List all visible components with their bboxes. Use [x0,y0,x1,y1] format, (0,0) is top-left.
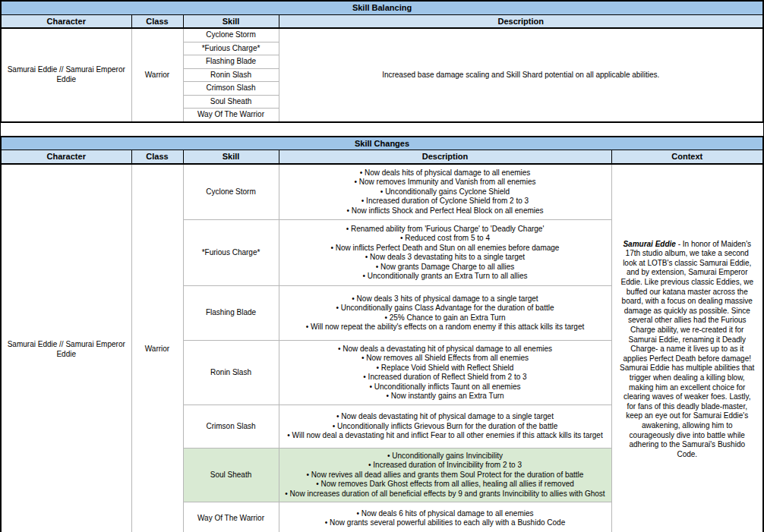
skill-change-line: • Now deals 6 hits of physical damage to… [283,509,608,519]
skill-change-line: • Now removes Dark Ghost effects from al… [283,480,608,490]
balancing-class-cell: Warrior [131,28,183,122]
skill-change-line: • Now deals 3 devastating hits to a sing… [283,253,608,263]
changes-character-cell: Samurai Eddie // Samurai Emperor Eddie [1,164,131,532]
balancing-skill-cell: Flashing Blade [183,55,279,69]
skill-change-line: • Now removes Immunity and Vanish from a… [283,178,608,187]
skill-change-line: • Now instantly gains an Extra Turn [283,392,608,401]
balancing-header-skill: Skill [183,14,279,28]
changes-description-cell: • Renamed ability from 'Furious Charge' … [279,220,611,286]
skill-change-line: • Increased duration of Cyclone Shield f… [283,197,608,206]
changes-skill-cell: *Furious Charge* [183,220,279,286]
skill-change-line: • Now inflicts Shock and Perfect Heal Bl… [283,206,608,216]
skill-change-line: • Renamed ability from 'Furious Charge' … [283,225,608,235]
skill-change-line: • Unconditionally gains Class Advantage … [283,304,608,313]
changes-skill-cell: Ronin Slash [183,341,279,405]
skill-change-line: • Increased duration of Reflect Shield f… [283,373,608,382]
balancing-character-cell: Samurai Eddie // Samurai Emperor Eddie [1,28,131,122]
spreadsheet-page: Skill Balancing Character Class Skill De… [0,0,764,532]
changes-description-cell: • Now deals hits of physical damage to a… [279,164,611,220]
changes-header-skill: Skill [183,150,279,164]
changes-title: Skill Changes [1,137,763,150]
skill-change-line: • Now inflicts Perfect Death and Stun on… [283,244,608,253]
skill-change-line: • Unconditionally grants an Extra Turn t… [283,272,608,282]
balancing-skill-cell: Crimson Slash [183,82,279,96]
changes-body: Samurai Eddie // Samurai Emperor EddieWa… [1,164,763,532]
balancing-skill-cell: Ronin Slash [183,68,279,82]
balancing-header-row: Character Class Skill Description [1,14,763,28]
balancing-header-class: Class [131,14,183,28]
changes-skill-cell: Crimson Slash [183,405,279,449]
skill-change-line: • Unconditionally inflicts Taunt on all … [283,382,608,392]
balancing-title: Skill Balancing [1,1,763,14]
changes-context-cell: Samurai Eddie - In honor of Maiden's 17t… [611,164,763,532]
skill-change-line: • Will now deal a devastating hit and in… [283,431,608,441]
skill-change-line: • Now deals a devastating hit of physica… [283,345,608,354]
skill-change-line: • Now increases duration of all benefici… [283,490,608,499]
skill-change-line: • Increased duration of Invincibility fr… [283,461,608,471]
balancing-header-description: Description [279,14,763,28]
balancing-skill-cell: Way Of The Warrior [183,109,279,122]
changes-header-row: Character Class Skill Description Contex… [1,150,763,164]
skill-change-line: • Now deals hits of physical damage to a… [283,168,608,178]
changes-header-description: Description [279,150,611,164]
skill-change-line: • Unconditionally gains Invincibility [283,452,608,461]
changes-title-row: Skill Changes [1,137,763,150]
skill-change-line: • Replace Void Shield with Reflect Shiel… [283,364,608,373]
changes-skill-cell: Way Of The Warrior [183,502,279,532]
skill-change-line: • 25% Chance to gain an Extra Turn [283,313,608,323]
context-body: - In honor of Maiden's 17th studio album… [620,240,754,458]
changes-header-context: Context [611,150,763,164]
balancing-description-cell: Increased base damage scaling and Skill … [279,28,763,122]
skill-change-line: • Will now repeat the ability's effects … [283,323,608,332]
balancing-skill-cell: Cyclone Storm [183,28,279,42]
context-lead: Samurai Eddie [623,240,675,248]
changes-description-cell: • Now deals devastating hit of physical … [279,405,611,449]
table-separator [0,123,764,136]
skill-change-line: • Now deals 3 hits of physical damage to… [283,294,608,304]
balancing-title-row: Skill Balancing [1,1,763,14]
skill-change-row: Samurai Eddie // Samurai Emperor EddieWa… [1,164,763,220]
changes-skill-cell: Soul Sheath [183,449,279,502]
skill-balancing-table: Skill Balancing Character Class Skill De… [0,0,764,123]
balancing-skill-cell: Soul Sheath [183,95,279,109]
skill-change-line: • Unconditionally inflicts Grievous Burn… [283,422,608,432]
changes-class-cell: Warrior [131,164,183,532]
balancing-skill-cell: *Furious Charge* [183,42,279,55]
skill-change-line: • Now deals devastating hit of physical … [283,412,608,422]
skill-change-line: • Unconditionally gains Cyclone Shield [283,187,608,197]
changes-description-cell: • Unconditionally gains Invincibility• I… [279,449,611,502]
changes-skill-cell: Cyclone Storm [183,164,279,220]
skill-change-line: • Reduced cost from 5 to 4 [283,234,608,244]
changes-description-cell: • Now deals 3 hits of physical damage to… [279,286,611,341]
changes-header-character: Character [1,150,131,164]
changes-header-class: Class [131,150,183,164]
skill-change-line: • Now revives all dead allies and grants… [283,471,608,480]
skill-change-line: • Now removes all Shield Effects from al… [283,354,608,364]
skill-change-line: • Now grants Damage Charge to all allies [283,263,608,272]
changes-skill-cell: Flashing Blade [183,286,279,341]
balancing-skill-row: Samurai Eddie // Samurai Emperor EddieWa… [1,28,763,42]
balancing-header-character: Character [1,14,131,28]
skill-changes-table: Skill Changes Character Class Skill Desc… [0,136,764,532]
changes-description-cell: • Now deals a devastating hit of physica… [279,341,611,405]
changes-description-cell: • Now deals 6 hits of physical damage to… [279,502,611,532]
balancing-body: Samurai Eddie // Samurai Emperor EddieWa… [1,28,763,122]
skill-change-line: • Now grants several powerful abilities … [283,518,608,528]
